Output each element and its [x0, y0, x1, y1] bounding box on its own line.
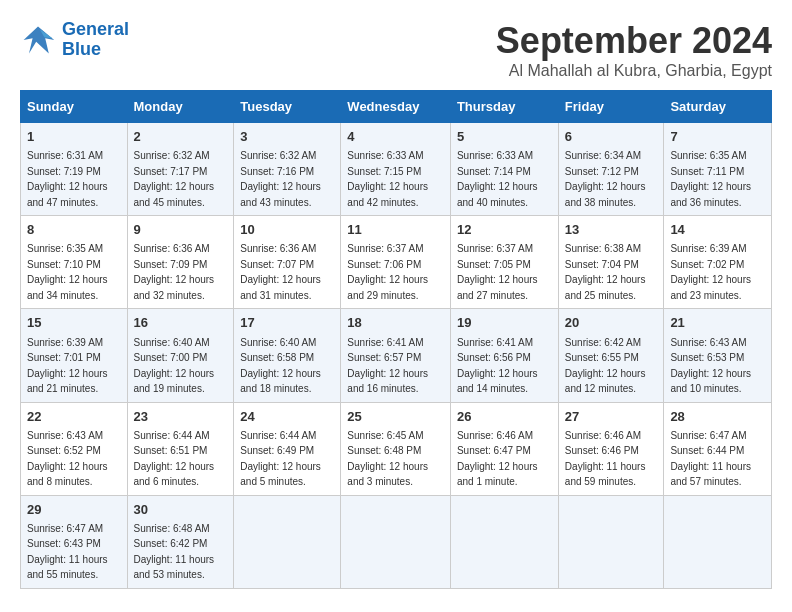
table-row: 18Sunrise: 6:41 AMSunset: 6:57 PMDayligh…	[341, 309, 451, 402]
table-row: 21Sunrise: 6:43 AMSunset: 6:53 PMDayligh…	[664, 309, 772, 402]
col-monday: Monday	[127, 91, 234, 123]
day-number: 12	[457, 221, 552, 239]
table-row: 25Sunrise: 6:45 AMSunset: 6:48 PMDayligh…	[341, 402, 451, 495]
table-row: 19Sunrise: 6:41 AMSunset: 6:56 PMDayligh…	[450, 309, 558, 402]
logo-icon	[20, 22, 56, 58]
day-info: Sunrise: 6:39 AMSunset: 7:01 PMDaylight:…	[27, 337, 108, 395]
day-number: 26	[457, 408, 552, 426]
day-number: 27	[565, 408, 658, 426]
day-info: Sunrise: 6:33 AMSunset: 7:15 PMDaylight:…	[347, 150, 428, 208]
day-info: Sunrise: 6:44 AMSunset: 6:49 PMDaylight:…	[240, 430, 321, 488]
month-title: September 2024	[496, 20, 772, 62]
table-row: 24Sunrise: 6:44 AMSunset: 6:49 PMDayligh…	[234, 402, 341, 495]
table-row: 12Sunrise: 6:37 AMSunset: 7:05 PMDayligh…	[450, 216, 558, 309]
day-info: Sunrise: 6:47 AMSunset: 6:44 PMDaylight:…	[670, 430, 751, 488]
day-info: Sunrise: 6:32 AMSunset: 7:16 PMDaylight:…	[240, 150, 321, 208]
day-number: 18	[347, 314, 444, 332]
table-row: 8Sunrise: 6:35 AMSunset: 7:10 PMDaylight…	[21, 216, 128, 309]
logo-text: General Blue	[62, 20, 129, 60]
table-row: 28Sunrise: 6:47 AMSunset: 6:44 PMDayligh…	[664, 402, 772, 495]
day-number: 24	[240, 408, 334, 426]
day-number: 5	[457, 128, 552, 146]
table-row	[450, 495, 558, 588]
table-row	[664, 495, 772, 588]
day-number: 9	[134, 221, 228, 239]
day-number: 4	[347, 128, 444, 146]
logo-line2: Blue	[62, 40, 129, 60]
table-row: 26Sunrise: 6:46 AMSunset: 6:47 PMDayligh…	[450, 402, 558, 495]
logo: General Blue	[20, 20, 129, 60]
day-number: 19	[457, 314, 552, 332]
table-row: 4Sunrise: 6:33 AMSunset: 7:15 PMDaylight…	[341, 123, 451, 216]
day-info: Sunrise: 6:44 AMSunset: 6:51 PMDaylight:…	[134, 430, 215, 488]
day-info: Sunrise: 6:45 AMSunset: 6:48 PMDaylight:…	[347, 430, 428, 488]
table-row: 22Sunrise: 6:43 AMSunset: 6:52 PMDayligh…	[21, 402, 128, 495]
day-info: Sunrise: 6:37 AMSunset: 7:05 PMDaylight:…	[457, 243, 538, 301]
day-number: 14	[670, 221, 765, 239]
day-info: Sunrise: 6:43 AMSunset: 6:53 PMDaylight:…	[670, 337, 751, 395]
calendar-week-row: 22Sunrise: 6:43 AMSunset: 6:52 PMDayligh…	[21, 402, 772, 495]
svg-marker-0	[24, 26, 55, 53]
calendar-week-row: 1Sunrise: 6:31 AMSunset: 7:19 PMDaylight…	[21, 123, 772, 216]
day-number: 15	[27, 314, 121, 332]
day-info: Sunrise: 6:41 AMSunset: 6:56 PMDaylight:…	[457, 337, 538, 395]
calendar-week-row: 29Sunrise: 6:47 AMSunset: 6:43 PMDayligh…	[21, 495, 772, 588]
location-title: Al Mahallah al Kubra, Gharbia, Egypt	[496, 62, 772, 80]
day-number: 1	[27, 128, 121, 146]
table-row: 30Sunrise: 6:48 AMSunset: 6:42 PMDayligh…	[127, 495, 234, 588]
day-info: Sunrise: 6:35 AMSunset: 7:11 PMDaylight:…	[670, 150, 751, 208]
title-section: September 2024 Al Mahallah al Kubra, Gha…	[496, 20, 772, 80]
page-header: General Blue September 2024 Al Mahallah …	[20, 20, 772, 80]
day-number: 7	[670, 128, 765, 146]
day-number: 16	[134, 314, 228, 332]
logo-line1: General	[62, 19, 129, 39]
table-row: 13Sunrise: 6:38 AMSunset: 7:04 PMDayligh…	[558, 216, 664, 309]
table-row: 20Sunrise: 6:42 AMSunset: 6:55 PMDayligh…	[558, 309, 664, 402]
calendar-table: Sunday Monday Tuesday Wednesday Thursday…	[20, 90, 772, 589]
day-number: 22	[27, 408, 121, 426]
calendar-week-row: 8Sunrise: 6:35 AMSunset: 7:10 PMDaylight…	[21, 216, 772, 309]
table-row: 11Sunrise: 6:37 AMSunset: 7:06 PMDayligh…	[341, 216, 451, 309]
day-number: 23	[134, 408, 228, 426]
day-info: Sunrise: 6:39 AMSunset: 7:02 PMDaylight:…	[670, 243, 751, 301]
day-number: 17	[240, 314, 334, 332]
day-info: Sunrise: 6:47 AMSunset: 6:43 PMDaylight:…	[27, 523, 108, 581]
day-info: Sunrise: 6:43 AMSunset: 6:52 PMDaylight:…	[27, 430, 108, 488]
day-number: 21	[670, 314, 765, 332]
table-row: 23Sunrise: 6:44 AMSunset: 6:51 PMDayligh…	[127, 402, 234, 495]
day-info: Sunrise: 6:41 AMSunset: 6:57 PMDaylight:…	[347, 337, 428, 395]
col-friday: Friday	[558, 91, 664, 123]
day-number: 10	[240, 221, 334, 239]
day-number: 20	[565, 314, 658, 332]
day-info: Sunrise: 6:31 AMSunset: 7:19 PMDaylight:…	[27, 150, 108, 208]
col-wednesday: Wednesday	[341, 91, 451, 123]
table-row: 27Sunrise: 6:46 AMSunset: 6:46 PMDayligh…	[558, 402, 664, 495]
day-number: 6	[565, 128, 658, 146]
calendar-header-row: Sunday Monday Tuesday Wednesday Thursday…	[21, 91, 772, 123]
table-row	[234, 495, 341, 588]
day-number: 11	[347, 221, 444, 239]
day-info: Sunrise: 6:48 AMSunset: 6:42 PMDaylight:…	[134, 523, 215, 581]
calendar-week-row: 15Sunrise: 6:39 AMSunset: 7:01 PMDayligh…	[21, 309, 772, 402]
table-row: 2Sunrise: 6:32 AMSunset: 7:17 PMDaylight…	[127, 123, 234, 216]
table-row: 10Sunrise: 6:36 AMSunset: 7:07 PMDayligh…	[234, 216, 341, 309]
day-info: Sunrise: 6:42 AMSunset: 6:55 PMDaylight:…	[565, 337, 646, 395]
day-number: 3	[240, 128, 334, 146]
day-number: 29	[27, 501, 121, 519]
day-info: Sunrise: 6:37 AMSunset: 7:06 PMDaylight:…	[347, 243, 428, 301]
col-sunday: Sunday	[21, 91, 128, 123]
table-row: 5Sunrise: 6:33 AMSunset: 7:14 PMDaylight…	[450, 123, 558, 216]
table-row: 14Sunrise: 6:39 AMSunset: 7:02 PMDayligh…	[664, 216, 772, 309]
table-row: 9Sunrise: 6:36 AMSunset: 7:09 PMDaylight…	[127, 216, 234, 309]
col-thursday: Thursday	[450, 91, 558, 123]
table-row: 1Sunrise: 6:31 AMSunset: 7:19 PMDaylight…	[21, 123, 128, 216]
table-row: 29Sunrise: 6:47 AMSunset: 6:43 PMDayligh…	[21, 495, 128, 588]
day-info: Sunrise: 6:34 AMSunset: 7:12 PMDaylight:…	[565, 150, 646, 208]
table-row: 7Sunrise: 6:35 AMSunset: 7:11 PMDaylight…	[664, 123, 772, 216]
day-number: 8	[27, 221, 121, 239]
day-info: Sunrise: 6:46 AMSunset: 6:47 PMDaylight:…	[457, 430, 538, 488]
day-info: Sunrise: 6:35 AMSunset: 7:10 PMDaylight:…	[27, 243, 108, 301]
day-info: Sunrise: 6:40 AMSunset: 6:58 PMDaylight:…	[240, 337, 321, 395]
day-number: 30	[134, 501, 228, 519]
day-info: Sunrise: 6:38 AMSunset: 7:04 PMDaylight:…	[565, 243, 646, 301]
